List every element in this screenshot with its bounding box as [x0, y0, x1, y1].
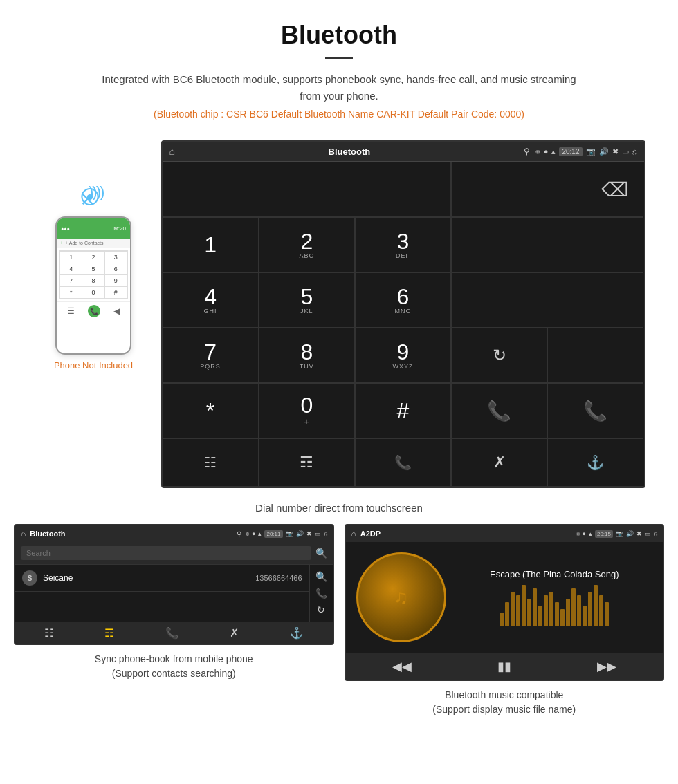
- volume-icon[interactable]: 🔊: [599, 147, 609, 156]
- dial-key-7[interactable]: 7 PQRS: [163, 328, 259, 383]
- dial-contacts-icon[interactable]: ☶: [259, 438, 355, 487]
- dial-key-8[interactable]: 8 TUV: [259, 328, 355, 383]
- refresh-icon[interactable]: ↻: [493, 346, 506, 365]
- key-number: 6: [397, 286, 410, 308]
- home-icon[interactable]: ⌂: [170, 146, 175, 157]
- phone-call-button[interactable]: 📞: [88, 305, 100, 317]
- music-topbar-right: ⎈ ● ▴ 20:15 📷 🔊 ✖ ▭ ⎌: [576, 530, 657, 538]
- eq-bar: [538, 606, 542, 626]
- phone-key-star: *: [60, 287, 82, 298]
- eq-bar: [555, 602, 559, 626]
- eq-bar: [505, 602, 509, 626]
- phone-menu-icon: ☰: [67, 306, 75, 316]
- dial-key-star[interactable]: *: [163, 383, 259, 438]
- eq-bar: [583, 606, 587, 626]
- dial-key-5[interactable]: 5 JKL: [259, 272, 355, 328]
- pb-topbar: ⌂ Bluetooth ⚲ ⎈ ● ▴ 20:11 📷 🔊 ✖ ▭ ⎌: [15, 525, 333, 542]
- music-content: ♫ Escape (The Pina Colada Song): [346, 542, 663, 653]
- music-close-icon[interactable]: ✖: [636, 530, 642, 537]
- pb-vol-icon[interactable]: 🔊: [296, 530, 304, 537]
- pb-search-input[interactable]: [21, 546, 311, 560]
- key-sub: +: [304, 416, 310, 427]
- eq-bar: [566, 599, 570, 626]
- pb-grid-icon[interactable]: ☷: [44, 626, 54, 640]
- key-sub: GHI: [204, 308, 217, 315]
- pb-search-icon[interactable]: 🔍: [315, 548, 327, 559]
- call-icon: 📞: [487, 400, 511, 422]
- phone-back-icon: ◀: [113, 306, 120, 316]
- phone-key-5: 5: [82, 263, 104, 274]
- music-title: A2DP: [360, 530, 572, 538]
- dial-phone-icon[interactable]: 📞: [355, 438, 451, 487]
- prev-track-icon[interactable]: ◀◀: [392, 659, 412, 674]
- pb-person-icon[interactable]: ☶: [104, 626, 114, 640]
- dial-key-0[interactable]: 0 +: [259, 383, 355, 438]
- dial-key-2[interactable]: 2 ABC: [259, 217, 355, 272]
- dial-key-3[interactable]: 3 DEF: [355, 217, 451, 272]
- dial-keypad-icon[interactable]: ☷: [163, 438, 259, 487]
- pb-call-side-icon[interactable]: 📞: [315, 585, 327, 601]
- next-track-icon[interactable]: ▶▶: [597, 659, 616, 674]
- dial-key-hash[interactable]: #: [355, 383, 451, 438]
- phone-illustration: ⨯ ⦿ )))) ●●● M:20 + + Add to Contacts 1 …: [33, 140, 154, 371]
- key-sub: PQRS: [200, 363, 221, 370]
- phone-keypad: 1 2 3 4 5 6 7 8 9 * 0 #: [59, 250, 128, 299]
- dial-empty-1: [451, 217, 643, 272]
- music-loc-icon: ●: [583, 530, 586, 537]
- pb-contact-avatar: S: [22, 570, 37, 586]
- pb-back-icon[interactable]: ⎌: [324, 530, 327, 537]
- dial-call-button[interactable]: 📞: [451, 383, 547, 438]
- back-icon[interactable]: ⎌: [632, 147, 637, 156]
- bluetooth-icon: ✗: [493, 454, 506, 472]
- pb-refresh-side-icon[interactable]: ↻: [317, 601, 325, 618]
- pb-bluetooth-icon[interactable]: ✗: [230, 626, 239, 640]
- dial-display: [163, 162, 452, 217]
- pb-phone-icon[interactable]: 📞: [165, 626, 179, 640]
- dial-link-icon[interactable]: ⚓: [547, 438, 643, 487]
- phone-body: ●●● M:20 + + Add to Contacts 1 2 3 4 5 6…: [55, 216, 131, 355]
- pb-home-icon[interactable]: ⌂: [21, 529, 26, 539]
- phone-key-8: 8: [82, 275, 104, 286]
- pb-link-icon[interactable]: ⚓: [290, 626, 304, 640]
- music-home-icon[interactable]: ⌂: [351, 529, 356, 539]
- eq-bar: [594, 585, 598, 626]
- play-pause-icon[interactable]: ▮▮: [497, 659, 511, 674]
- dial-screen: ⌂ Bluetooth ⚲ ⎈ ● ▴ 20:12 📷 🔊 ✖ ▭ ⎌ ⌫: [161, 140, 645, 488]
- music-caption-line1: Bluetooth music compatible: [432, 688, 576, 702]
- backspace-cell[interactable]: ⌫: [451, 162, 643, 217]
- eq-bar: [511, 592, 515, 626]
- key-sub: WXYZ: [392, 363, 413, 370]
- dial-key-1[interactable]: 1: [163, 217, 259, 272]
- eq-bar: [599, 595, 603, 626]
- pb-contact-row[interactable]: S Seicane 13566664466: [15, 565, 309, 592]
- eq-bar: [549, 592, 553, 626]
- key-number: 0: [300, 394, 313, 416]
- pb-topbar-right: ⎈ ● ▴ 20:11 📷 🔊 ✖ ▭ ⎌: [246, 530, 327, 538]
- music-vol-icon[interactable]: 🔊: [626, 530, 634, 537]
- pb-search-side-icon[interactable]: 🔍: [315, 568, 327, 585]
- close-icon[interactable]: ✖: [612, 147, 619, 156]
- add-contact-icon: +: [60, 241, 63, 245]
- music-back-icon[interactable]: ⎌: [654, 530, 657, 537]
- page-title: Bluetooth: [14, 21, 664, 50]
- key-sub: JKL: [300, 308, 313, 315]
- pb-search-bar: 🔍: [15, 542, 333, 565]
- key-number: 3: [397, 230, 410, 252]
- dial-section: ⨯ ⦿ )))) ●●● M:20 + + Add to Contacts 1 …: [0, 140, 678, 488]
- fullscreen-icon[interactable]: ▭: [622, 147, 629, 156]
- dial-key-4[interactable]: 4 GHI: [163, 272, 259, 328]
- dial-bluetooth-icon[interactable]: ✗: [451, 438, 547, 487]
- music-cam-icon[interactable]: 📷: [616, 530, 623, 537]
- person-icon: ☶: [300, 454, 313, 472]
- pb-full-icon[interactable]: ▭: [315, 530, 321, 537]
- pb-cam-icon[interactable]: 📷: [286, 530, 293, 537]
- pb-close-icon[interactable]: ✖: [306, 530, 312, 537]
- dial-end-button[interactable]: 📞: [547, 383, 643, 438]
- phone-time: M:20: [113, 225, 126, 232]
- phone-icon: 📞: [394, 454, 412, 471]
- dial-key-9[interactable]: 9 WXYZ: [355, 328, 451, 383]
- time-display: 20:12: [559, 147, 582, 156]
- music-full-icon[interactable]: ▭: [645, 530, 651, 537]
- dial-key-6[interactable]: 6 MNO: [355, 272, 451, 328]
- camera-icon[interactable]: 📷: [586, 147, 596, 156]
